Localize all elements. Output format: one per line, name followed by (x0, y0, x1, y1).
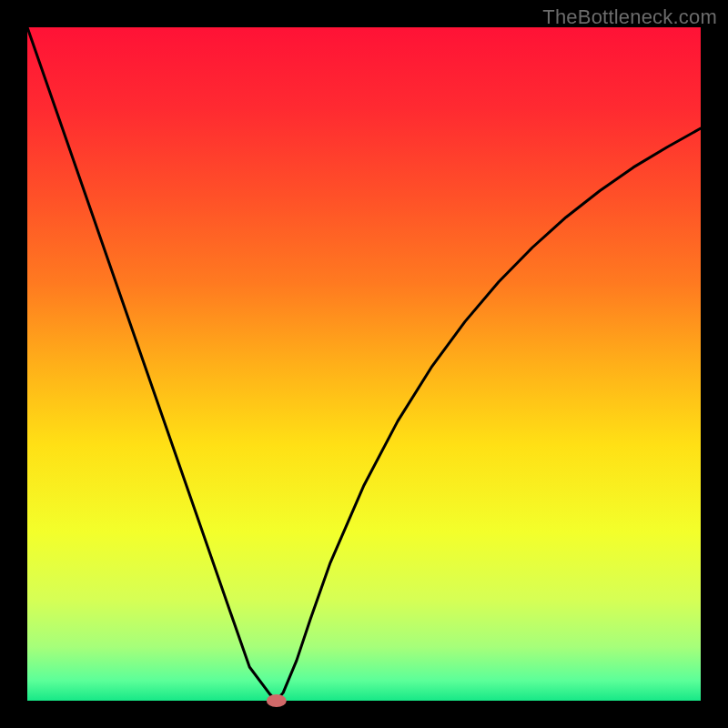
watermark-text: TheBottleneck.com (542, 5, 717, 29)
chart-gradient-background (27, 27, 701, 701)
bottleneck-chart (0, 0, 728, 728)
optimal-point-marker (267, 694, 287, 707)
chart-container: TheBottleneck.com (0, 0, 728, 728)
